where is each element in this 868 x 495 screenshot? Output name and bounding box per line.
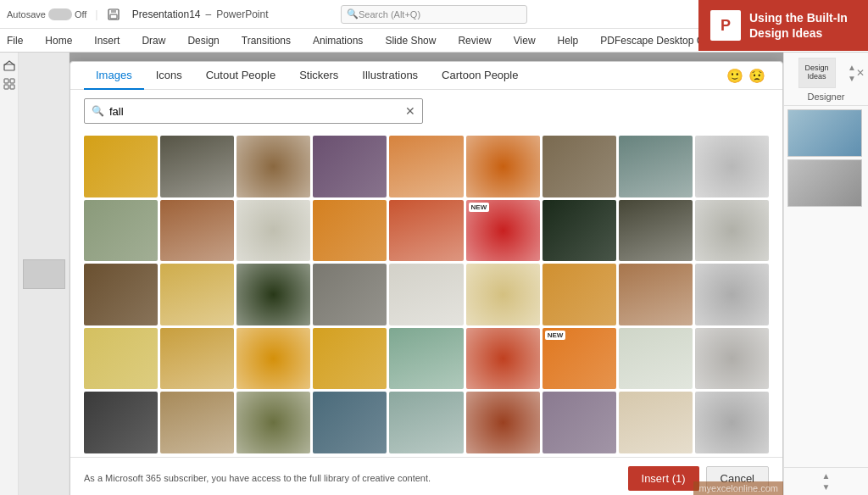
image-item-26[interactable] [695,264,769,325]
image-item-19[interactable] [160,264,234,325]
scroll-down-arrow[interactable]: ▼ [822,482,831,492]
search-placeholder: Search (Alt+Q) [359,9,420,19]
tab-cartoon-people[interactable]: Cartoon People [430,62,530,90]
ribbon-tab-draw[interactable]: Draw [138,33,169,48]
image-item-36[interactable] [84,392,158,453]
image-item-12[interactable] [313,200,387,262]
filename: Presentation14 [132,8,201,20]
insert-button[interactable]: Insert (1) [628,466,699,491]
autosave-state: Off [75,9,86,19]
image-item-18[interactable] [84,264,158,325]
image-item-28[interactable] [160,328,234,390]
image-item-8[interactable] [695,136,769,197]
image-item-29[interactable] [236,328,310,390]
image-item-31[interactable] [389,328,463,390]
image-item-11[interactable] [236,200,310,262]
image-item-0[interactable] [84,136,158,197]
designer-label: Designer [807,92,844,102]
image-item-15[interactable] [542,200,616,262]
ribbon-tab-design[interactable]: Design [184,33,222,48]
image-item-37[interactable] [160,392,234,453]
image-item-3[interactable] [313,136,387,197]
tab-stickers[interactable]: Stickers [287,62,350,90]
image-item-10[interactable] [160,200,234,262]
ribbon-tab-animations[interactable]: Animations [309,33,366,48]
chevron-up-icon[interactable]: ▲ [848,63,856,72]
titlebar-search[interactable]: 🔍 Search (Alt+Q) [341,5,527,24]
image-item-7[interactable] [619,136,693,197]
image-item-17[interactable] [695,200,769,262]
sidebar-tools [2,56,17,93]
ribbon-tab-insert[interactable]: Insert [91,33,123,48]
left-sidebar [0,53,19,495]
search-box-icon: 🔍 [92,105,104,117]
image-item-34[interactable] [619,328,693,390]
ribbon-tab-help[interactable]: Help [554,33,582,48]
slide-thumbnail-1[interactable] [787,109,862,157]
ribbon-tab-home[interactable]: Home [42,33,75,48]
image-item-39[interactable] [313,392,387,453]
app-separator: – [205,8,211,20]
close-panel-icon[interactable]: ✕ [856,67,866,79]
search-input[interactable] [109,105,400,118]
image-item-9[interactable] [84,200,158,262]
powerpoint-logo: P [710,10,741,41]
titlebar-left: Autosave Off | Presentation14 – PowerPoi… [7,8,269,21]
image-item-40[interactable] [389,392,463,453]
svg-rect-2 [110,14,117,19]
ribbon-tab-file[interactable]: File [3,33,26,48]
image-grid: NEWNEW [84,136,769,453]
image-item-35[interactable] [695,328,769,390]
image-item-38[interactable] [236,392,310,453]
right-panel: Design Ideas ▲ ▼ ✕ Designer ▲ ▼ [783,53,868,495]
image-item-13[interactable] [389,200,463,262]
tab-images[interactable]: Images [84,62,144,90]
image-item-41[interactable] [466,392,540,453]
image-item-44[interactable] [695,392,769,453]
save-icon[interactable] [107,8,120,21]
ribbon-tab-review[interactable]: Review [454,33,494,48]
design-ideas-icon[interactable]: Design Ideas [798,58,836,88]
emoji-frown-icon: 😟 [748,68,765,84]
svg-rect-5 [10,79,14,83]
image-item-5[interactable] [466,136,540,197]
stock-images-dialog: Images Icons Cutout People Stickers Illu… [70,61,783,495]
image-item-42[interactable] [542,392,616,453]
design-ideas-title: Using the Built-In Design Ideas [749,10,856,41]
ribbon-tab-view[interactable]: View [510,33,539,48]
layout-icon[interactable] [3,78,15,90]
image-item-25[interactable] [619,264,693,325]
image-item-6[interactable] [542,136,616,197]
search-clear-button[interactable]: ✕ [405,104,415,118]
image-item-20[interactable] [236,264,310,325]
image-item-14[interactable]: NEW [466,200,540,262]
image-item-30[interactable] [313,328,387,390]
scroll-up-arrow[interactable]: ▲ [822,471,831,481]
image-item-2[interactable] [236,136,310,197]
image-item-33[interactable]: NEW [542,328,616,390]
image-item-27[interactable] [84,328,158,390]
chevron-down-icon[interactable]: ▼ [848,74,856,83]
image-item-23[interactable] [466,264,540,325]
tab-cutout-people[interactable]: Cutout People [194,62,287,90]
slide-thumbnail-2[interactable] [787,159,862,207]
home-icon[interactable] [3,59,15,71]
footer-note: As a Microsoft 365 subscriber, you have … [84,473,431,483]
svg-rect-3 [4,64,14,70]
image-item-21[interactable] [313,264,387,325]
ribbon-tab-slideshow[interactable]: Slide Show [381,33,439,48]
image-item-4[interactable] [389,136,463,197]
image-item-32[interactable] [466,328,540,390]
image-item-43[interactable] [619,392,693,453]
search-box[interactable]: 🔍 ✕ [84,98,423,124]
ribbon-tab-transitions[interactable]: Transitions [238,33,294,48]
autosave-area: Autosave Off [7,8,86,20]
autosave-toggle[interactable] [48,8,72,20]
tab-illustrations[interactable]: Illustrations [350,62,430,90]
image-grid-container[interactable]: NEWNEW [70,132,782,457]
image-item-24[interactable] [542,264,616,325]
image-item-1[interactable] [160,136,234,197]
image-item-16[interactable] [619,200,693,262]
tab-icons[interactable]: Icons [144,62,194,90]
image-item-22[interactable] [389,264,463,325]
